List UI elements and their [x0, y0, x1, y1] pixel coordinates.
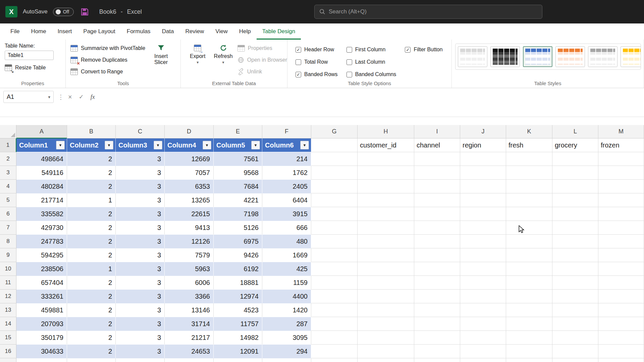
cell-A4[interactable]: 480284	[16, 180, 67, 193]
cell-H10[interactable]	[358, 262, 414, 276]
column-header-K[interactable]: K	[506, 125, 552, 138]
filter-dropdown-button[interactable]: ▼	[251, 141, 260, 149]
cell-A7[interactable]: 429730	[16, 221, 67, 235]
cell-I1[interactable]: channel	[414, 138, 460, 152]
enter-button[interactable]: ✓	[79, 93, 84, 101]
column-header-F[interactable]: F	[262, 125, 311, 138]
row-header-7[interactable]: 7	[0, 221, 16, 235]
cell-B11[interactable]: 2	[67, 276, 116, 290]
cell-J15[interactable]	[460, 331, 506, 345]
filter-dropdown-button[interactable]: ▼	[300, 141, 309, 149]
cell-E16[interactable]: 12091	[214, 345, 262, 358]
cell-B6[interactable]: 2	[67, 207, 116, 221]
column-header-M[interactable]: M	[598, 125, 644, 138]
cell-E6[interactable]: 7198	[214, 207, 262, 221]
row-header-17[interactable]: 17	[0, 358, 16, 362]
cell-K5[interactable]	[506, 193, 552, 207]
cell-C16[interactable]: 3	[116, 345, 165, 358]
cell-J9[interactable]	[460, 248, 506, 262]
column-header-L[interactable]: L	[552, 125, 598, 138]
option-banded-columns[interactable]: Banded Columns	[346, 70, 396, 79]
cell-I2[interactable]	[414, 152, 460, 166]
filter-dropdown-button[interactable]: ▼	[105, 141, 113, 149]
cell-M17[interactable]	[598, 358, 644, 362]
cell-E4[interactable]: 7684	[214, 180, 262, 193]
cell-B14[interactable]: 2	[67, 317, 116, 331]
cell-I4[interactable]	[414, 180, 460, 193]
cell-M13[interactable]	[598, 303, 644, 317]
cell-E3[interactable]: 9568	[214, 166, 262, 180]
cell-H1[interactable]: customer_id	[358, 138, 414, 152]
row-header-11[interactable]: 11	[0, 276, 16, 290]
table-name-input[interactable]	[5, 51, 54, 60]
cell-M3[interactable]	[598, 166, 644, 180]
option-header-row[interactable]: ✓Header Row	[296, 45, 338, 54]
cell-K6[interactable]	[506, 207, 552, 221]
cell-C17[interactable]: 3	[116, 358, 165, 362]
cell-K10[interactable]	[506, 262, 552, 276]
cell-A8[interactable]: 247783	[16, 235, 67, 248]
cell-I14[interactable]	[414, 317, 460, 331]
cell-C9[interactable]: 3	[116, 248, 165, 262]
cell-H8[interactable]	[358, 235, 414, 248]
cell-K14[interactable]	[506, 317, 552, 331]
cell-I16[interactable]	[414, 345, 460, 358]
cell-I13[interactable]	[414, 303, 460, 317]
cell-L1[interactable]: grocery	[552, 138, 598, 152]
cell-H15[interactable]	[358, 331, 414, 345]
cell-D4[interactable]: 6353	[165, 180, 214, 193]
cell-E14[interactable]: 11757	[214, 317, 262, 331]
cell-D8[interactable]: 12126	[165, 235, 214, 248]
cell-M12[interactable]	[598, 290, 644, 303]
ribbon-tab-file[interactable]: File	[5, 23, 25, 40]
ribbon-tab-data[interactable]: Data	[156, 23, 180, 40]
cell-C5[interactable]: 3	[116, 193, 165, 207]
name-box[interactable]: A1 ▾	[3, 91, 54, 103]
cell-M6[interactable]	[598, 207, 644, 221]
cell-K8[interactable]	[506, 235, 552, 248]
cell-M10[interactable]	[598, 262, 644, 276]
cell-K1[interactable]: fresh	[506, 138, 552, 152]
open-in-browser-button[interactable]: Open in Browser	[237, 55, 287, 65]
cell-M16[interactable]	[598, 345, 644, 358]
autosave-toggle[interactable]: Off	[53, 8, 74, 16]
cell-A12[interactable]: 333261	[16, 290, 67, 303]
cell-F14[interactable]: 287	[262, 317, 311, 331]
cell-C2[interactable]: 3	[116, 152, 165, 166]
cell-B5[interactable]: 1	[67, 193, 116, 207]
cell-A6[interactable]: 335582	[16, 207, 67, 221]
cell-J4[interactable]	[460, 180, 506, 193]
cell-L16[interactable]	[552, 345, 598, 358]
cell-A14[interactable]: 207093	[16, 317, 67, 331]
cell-G16[interactable]	[311, 345, 358, 358]
row-header-12[interactable]: 12	[0, 290, 16, 303]
cell-K2[interactable]	[506, 152, 552, 166]
cell-G10[interactable]	[311, 262, 358, 276]
cell-C6[interactable]: 3	[116, 207, 165, 221]
cell-A16[interactable]: 304633	[16, 345, 67, 358]
cell-D10[interactable]: 5963	[165, 262, 214, 276]
cell-H16[interactable]	[358, 345, 414, 358]
cell-I8[interactable]	[414, 235, 460, 248]
cell-K16[interactable]	[506, 345, 552, 358]
cell-K13[interactable]	[506, 303, 552, 317]
ribbon-tab-formulas[interactable]: Formulas	[121, 23, 156, 40]
cell-F8[interactable]: 480	[262, 235, 311, 248]
cell-H7[interactable]	[358, 221, 414, 235]
cell-G13[interactable]	[311, 303, 358, 317]
row-header-4[interactable]: 4	[0, 180, 16, 193]
cell-A3[interactable]: 549116	[16, 166, 67, 180]
filter-dropdown-button[interactable]: ▼	[56, 141, 65, 149]
cell-G3[interactable]	[311, 166, 358, 180]
cell-M5[interactable]	[598, 193, 644, 207]
cell-I6[interactable]	[414, 207, 460, 221]
ribbon-tab-help[interactable]: Help	[233, 23, 257, 40]
cell-M11[interactable]	[598, 276, 644, 290]
cell-F4[interactable]: 2405	[262, 180, 311, 193]
cell-L8[interactable]	[552, 235, 598, 248]
cell-I5[interactable]	[414, 193, 460, 207]
convert-to-range-button[interactable]: Convert to Range	[70, 67, 145, 76]
cell-E15[interactable]: 14982	[214, 331, 262, 345]
cell-G6[interactable]	[311, 207, 358, 221]
cell-E7[interactable]: 5126	[214, 221, 262, 235]
